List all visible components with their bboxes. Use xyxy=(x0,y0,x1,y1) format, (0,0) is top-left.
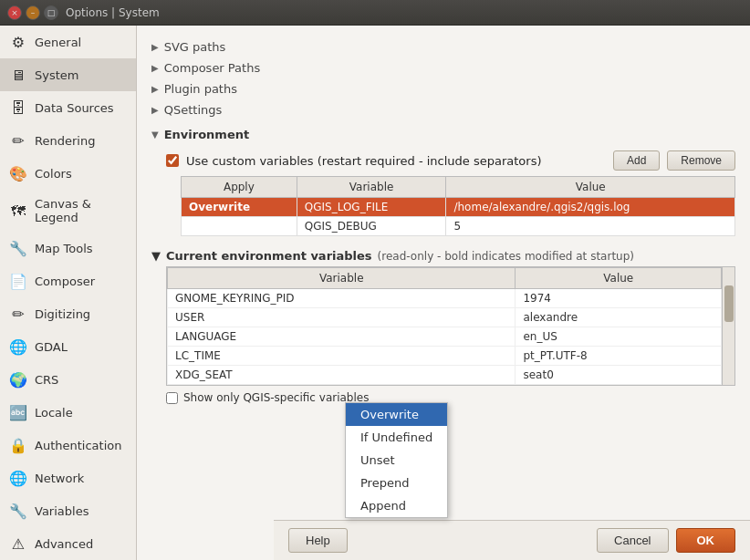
sidebar-item-gdal[interactable]: 🌐 GDAL xyxy=(0,330,136,363)
sidebar-item-authentication[interactable]: 🔒 Authentication xyxy=(0,429,136,461)
cur-col-variable: Variable xyxy=(168,268,516,289)
dropdown-item-if-undefined[interactable]: If Undefined xyxy=(346,426,447,449)
sidebar-item-canvas-legend[interactable]: 🗺 Canvas & Legend xyxy=(0,190,136,232)
current-vars-table-wrap: Variable Value GNOME_KEYRING_PID 1974 US… xyxy=(166,266,735,386)
environment-section: ▼ Environment Use custom variables (rest… xyxy=(151,124,735,236)
environment-label: Environment xyxy=(164,128,250,141)
custom-vars-row: Use custom variables (restart required -… xyxy=(166,150,735,171)
sidebar-label-map-tools: Map Tools xyxy=(35,242,93,255)
apply-cell xyxy=(182,217,297,236)
chevron-right-icon: ▶ xyxy=(151,42,159,52)
sidebar-label-digitizing: Digitizing xyxy=(35,307,90,321)
table-row[interactable]: GNOME_KEYRING_PID 1974 xyxy=(168,289,722,308)
sidebar-item-map-tools[interactable]: 🔧 Map Tools xyxy=(0,232,136,264)
cancel-button[interactable]: Cancel xyxy=(597,528,668,553)
section-svg-paths[interactable]: ▶ SVG paths xyxy=(151,36,735,57)
sidebar-item-system[interactable]: 🖥 System xyxy=(0,58,136,91)
sidebar-item-rendering[interactable]: ✏ Rendering xyxy=(0,124,136,157)
sidebar-label-locale: Locale xyxy=(35,406,73,420)
sidebar-item-crs[interactable]: 🌍 CRS xyxy=(0,363,136,396)
window-controls[interactable]: × – □ xyxy=(7,5,58,20)
table-row[interactable]: Overwrite QGIS_LOG_FILE /home/alexandre/… xyxy=(182,198,735,217)
svg-paths-label: SVG paths xyxy=(164,40,226,54)
minimize-button[interactable]: – xyxy=(26,5,40,20)
var-name-cell: USER xyxy=(168,308,516,327)
composer-paths-label: Composer Paths xyxy=(164,61,260,75)
system-icon: 🖥 xyxy=(9,66,27,84)
sidebar-label-network: Network xyxy=(35,472,84,485)
colors-icon: 🎨 xyxy=(9,164,27,182)
var-value-cell: alexandre xyxy=(516,308,722,327)
sidebar-item-general[interactable]: ⚙ General xyxy=(0,26,136,58)
add-button[interactable]: Add xyxy=(613,150,660,171)
general-icon: ⚙ xyxy=(9,33,27,51)
dropdown-item-append[interactable]: Append xyxy=(346,494,447,517)
sidebar-item-digitizing[interactable]: ✏ Digitizing xyxy=(0,297,136,330)
current-env-header[interactable]: ▼ Current environment variables (read-on… xyxy=(151,245,735,266)
remove-button[interactable]: Remove xyxy=(667,150,735,171)
var-name-cell: LC_TIME xyxy=(168,347,516,366)
qsettings-label: QSettings xyxy=(164,103,223,117)
dropdown-item-unset[interactable]: Unset xyxy=(346,449,447,472)
close-button[interactable]: × xyxy=(7,5,22,20)
sidebar-item-locale[interactable]: 🔤 Locale xyxy=(0,396,136,429)
authentication-icon: 🔒 xyxy=(9,436,27,454)
custom-vars-table: Apply Variable Value Overwrite QGIS_LOG_… xyxy=(181,176,735,236)
environment-header[interactable]: ▼ Environment xyxy=(151,124,735,145)
scrollbar[interactable] xyxy=(722,267,734,385)
section-composer-paths[interactable]: ▶ Composer Paths xyxy=(151,57,735,78)
sidebar-item-data-sources[interactable]: 🗄 Data Sources xyxy=(0,91,136,124)
dropdown-item-prepend[interactable]: Prepend xyxy=(346,472,447,494)
sidebar-label-general: General xyxy=(35,36,81,49)
advanced-icon: ⚠ xyxy=(9,534,27,553)
chevron-right-icon: ▶ xyxy=(151,105,159,115)
custom-vars-checkbox[interactable] xyxy=(166,154,179,167)
variable-cell: QGIS_DEBUG xyxy=(297,217,446,236)
scrollbar-thumb xyxy=(724,285,734,322)
sidebar-label-variables: Variables xyxy=(35,504,89,518)
cur-col-value: Value xyxy=(516,268,722,289)
table-row[interactable]: USER alexandre xyxy=(168,308,722,327)
sidebar-item-advanced[interactable]: ⚠ Advanced xyxy=(0,527,136,560)
sidebar-item-network[interactable]: 🌐 Network xyxy=(0,461,136,494)
table-row[interactable]: QGIS_DEBUG 5 xyxy=(182,217,735,236)
sidebar-label-crs: CRS xyxy=(35,373,58,387)
table-row[interactable]: XDG_SEAT seat0 xyxy=(168,366,722,385)
digitizing-icon: ✏ xyxy=(9,305,27,323)
map-tools-icon: 🔧 xyxy=(9,239,27,257)
sidebar-item-colors[interactable]: 🎨 Colors xyxy=(0,157,136,190)
plugin-paths-label: Plugin paths xyxy=(164,82,237,96)
sidebar-label-data-sources: Data Sources xyxy=(35,101,114,115)
sidebar-label-colors: Colors xyxy=(35,167,72,181)
dropdown-item-overwrite[interactable]: Overwrite xyxy=(346,403,447,426)
section-qsettings[interactable]: ▶ QSettings xyxy=(151,99,735,120)
sidebar-label-composer: Composer xyxy=(35,275,95,288)
maximize-button[interactable]: □ xyxy=(44,5,58,20)
table-row[interactable]: LANGUAGE en_US xyxy=(168,327,722,347)
variables-icon: 🔧 xyxy=(9,502,27,520)
section-plugin-paths[interactable]: ▶ Plugin paths xyxy=(151,78,735,99)
main-container: ⚙ General 🖥 System 🗄 Data Sources ✏ Rend… xyxy=(0,26,750,560)
sidebar-label-canvas-legend: Canvas & Legend xyxy=(35,197,127,224)
var-name-cell: GNOME_KEYRING_PID xyxy=(168,289,516,308)
locale-icon: 🔤 xyxy=(9,403,27,421)
chevron-down-icon: ▼ xyxy=(151,249,161,263)
value-cell: 5 xyxy=(446,217,735,236)
current-vars-table: Variable Value GNOME_KEYRING_PID 1974 US… xyxy=(167,267,722,385)
sidebar-item-composer[interactable]: 📄 Composer xyxy=(0,264,136,297)
table-row[interactable]: LC_TIME pt_PT.UTF-8 xyxy=(168,347,722,366)
sidebar-item-variables[interactable]: 🔧 Variables xyxy=(0,494,136,527)
chevron-right-icon: ▶ xyxy=(151,84,159,94)
help-button[interactable]: Help xyxy=(288,528,348,553)
apply-dropdown: Overwrite If Undefined Unset Prepend App… xyxy=(345,402,448,518)
sidebar-label-authentication: Authentication xyxy=(35,439,121,452)
current-env-sublabel: (read-only - bold indicates modified at … xyxy=(378,250,634,263)
ok-button[interactable]: OK xyxy=(676,528,736,553)
custom-vars-label: Use custom variables (restart required -… xyxy=(186,154,606,168)
network-icon: 🌐 xyxy=(9,469,27,487)
sidebar-label-rendering: Rendering xyxy=(35,134,95,148)
show-qgis-checkbox[interactable] xyxy=(166,392,178,404)
window-title: Options | System xyxy=(66,6,160,19)
col-apply: Apply xyxy=(182,177,297,198)
var-value-cell: seat0 xyxy=(516,366,722,385)
